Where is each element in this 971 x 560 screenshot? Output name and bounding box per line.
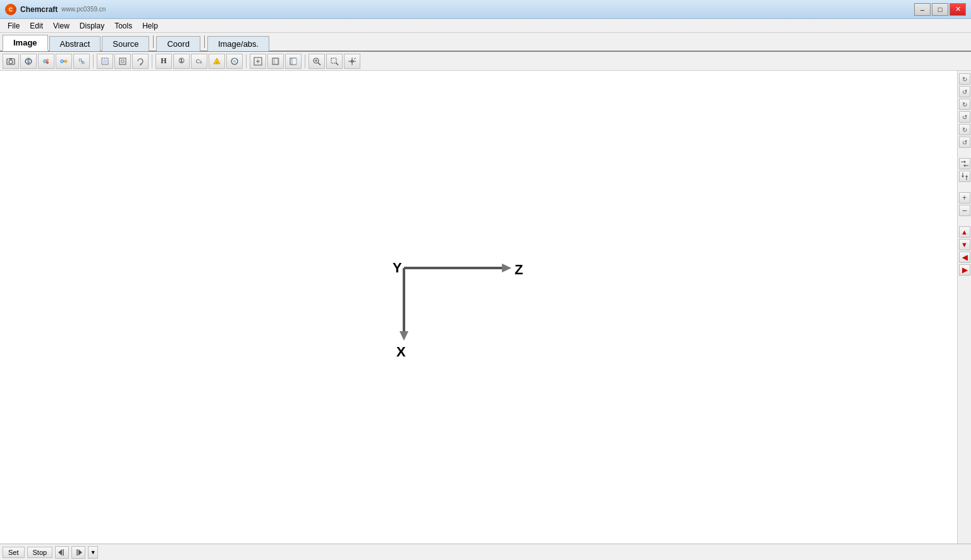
sidebar-btn-rotate-right[interactable]: ↺ [959, 111, 970, 123]
tab-coord[interactable]: Coord [156, 36, 200, 51]
svg-marker-43 [502, 264, 511, 272]
toolbar-btn-zoom-fit[interactable] [308, 54, 325, 69]
tab-image[interactable]: Image [3, 35, 48, 51]
menu-view[interactable]: View [48, 20, 75, 32]
svg-marker-51 [963, 164, 965, 167]
toolbar-btn-crosshair[interactable] [344, 54, 360, 69]
svg-point-9 [47, 61, 49, 63]
sidebar-btn-flip-v[interactable] [959, 171, 970, 182]
sidebar-btn-nav-down[interactable]: ▼ [959, 239, 970, 250]
sidebar-btn-zoom-out[interactable]: − [959, 205, 970, 216]
svg-rect-35 [331, 58, 336, 63]
set-button[interactable]: Set [3, 547, 25, 558]
toolbar-sep-3 [246, 54, 247, 68]
sidebar-btn-nav-left[interactable]: ◀ [959, 252, 970, 263]
sidebar-btn-rotate-down[interactable]: ↺ [959, 86, 970, 97]
toolbar: H ① C₁ ! [0, 52, 971, 71]
menu-help[interactable]: Help [137, 20, 163, 32]
status-bar: Set Stop ▼ [0, 544, 971, 560]
svg-point-11 [64, 60, 67, 63]
right-sidebar: ↻ ↺ ↻ ↺ ↻ ↺ + − ▲ ▼ ◀ ▶ [957, 71, 971, 544]
minimize-button[interactable]: – [914, 3, 931, 16]
toolbar-btn-rotate[interactable] [132, 54, 149, 69]
sidebar-btn-zoom-in[interactable]: + [959, 192, 970, 204]
title-left: C Chemcraft www.pc0359.cn [5, 4, 106, 15]
toolbar-sep-2 [152, 54, 152, 68]
menu-bar: File Edit View Display Tools Help [0, 19, 971, 33]
restore-button[interactable]: □ [932, 3, 948, 16]
svg-point-13 [79, 59, 82, 61]
title-text: Chemcraft [20, 5, 58, 14]
svg-text:Y: Y [393, 260, 402, 276]
menu-tools[interactable]: Tools [109, 20, 137, 32]
axes-container: Y Z X [385, 227, 537, 368]
svg-line-36 [336, 63, 338, 65]
title-bar: C Chemcraft www.pc0359.cn – □ ✕ [0, 0, 971, 19]
svg-rect-30 [292, 58, 296, 64]
status-nav-prev[interactable] [55, 546, 69, 559]
toolbar-btn-frame1[interactable] [267, 54, 284, 69]
sidebar-btn-nav-right[interactable]: ▶ [959, 264, 970, 276]
toolbar-btn-H[interactable]: H [156, 54, 172, 69]
toolbar-btn-select[interactable] [73, 54, 90, 69]
title-buttons: – □ ✕ [914, 3, 966, 16]
canvas-area[interactable]: Y Z X [0, 71, 957, 544]
toolbar-btn-select-box[interactable] [114, 54, 131, 69]
toolbar-btn-1[interactable]: ① [173, 54, 190, 69]
svg-text:Z: Z [515, 262, 523, 277]
toolbar-btn-circle[interactable] [226, 54, 243, 69]
menu-display[interactable]: Display [75, 20, 109, 32]
sidebar-btn-rotate-left[interactable]: ↻ [959, 99, 970, 110]
axes-svg: Y Z X [385, 227, 537, 366]
svg-rect-18 [119, 58, 126, 64]
toolbar-btn-camera[interactable] [3, 54, 19, 69]
svg-line-32 [318, 63, 321, 65]
stop-button[interactable]: Stop [27, 547, 53, 558]
svg-rect-17 [103, 59, 107, 63]
status-dropdown[interactable]: ▼ [88, 546, 98, 559]
close-button[interactable]: ✕ [950, 3, 966, 16]
toolbar-btn-warning[interactable]: ! [209, 54, 225, 69]
tab-bar: Image Abstract Source Coord Image/abs. [0, 33, 971, 52]
svg-point-6 [27, 60, 30, 63]
toolbar-btn-fit[interactable] [250, 54, 266, 69]
tab-abstract[interactable]: Abstract [49, 36, 101, 51]
sidebar-btn-rotate-up[interactable]: ↻ [959, 73, 970, 85]
toolbar-btn-zoom-rect[interactable] [326, 54, 343, 69]
menu-file[interactable]: File [3, 20, 25, 32]
toolbar-btn-C1[interactable]: C₁ [191, 54, 207, 69]
svg-marker-55 [965, 175, 968, 177]
svg-marker-49 [964, 161, 966, 163]
svg-point-8 [47, 59, 49, 61]
svg-point-7 [44, 59, 47, 63]
status-nav-next[interactable] [71, 546, 85, 559]
app-icon: C [5, 4, 16, 15]
svg-marker-56 [58, 549, 62, 556]
toolbar-sep-4 [305, 54, 305, 68]
watermark-text: www.pc0359.cn [61, 6, 106, 13]
svg-line-40 [354, 58, 356, 59]
svg-rect-2 [9, 58, 12, 59]
sidebar-btn-flip-h[interactable] [959, 158, 970, 169]
tab-separator-2 [204, 35, 205, 48]
toolbar-btn-select-all[interactable] [97, 54, 113, 69]
toolbar-btn-frame2[interactable] [285, 54, 302, 69]
svg-marker-45 [400, 331, 408, 341]
toolbar-btn-bonds[interactable] [56, 54, 72, 69]
sidebar-btn-nav-up[interactable]: ▲ [959, 226, 970, 238]
svg-marker-58 [78, 549, 82, 556]
tab-imageabs[interactable]: Image/abs. [207, 36, 269, 51]
toolbar-sep-1 [93, 54, 94, 68]
tab-source[interactable]: Source [102, 36, 149, 51]
menu-edit[interactable]: Edit [25, 20, 48, 32]
sidebar-btn-rotate-cw[interactable]: ↻ [959, 124, 970, 135]
toolbar-btn-rotate-3d[interactable] [20, 54, 37, 69]
svg-line-15 [82, 61, 83, 63]
toolbar-btn-atoms[interactable] [38, 54, 54, 69]
svg-text:X: X [396, 344, 406, 360]
svg-point-1 [9, 60, 13, 64]
sidebar-btn-rotate-ccw[interactable]: ↺ [959, 137, 970, 148]
svg-point-23 [233, 60, 236, 63]
svg-marker-53 [962, 176, 964, 178]
tab-separator [153, 35, 154, 48]
